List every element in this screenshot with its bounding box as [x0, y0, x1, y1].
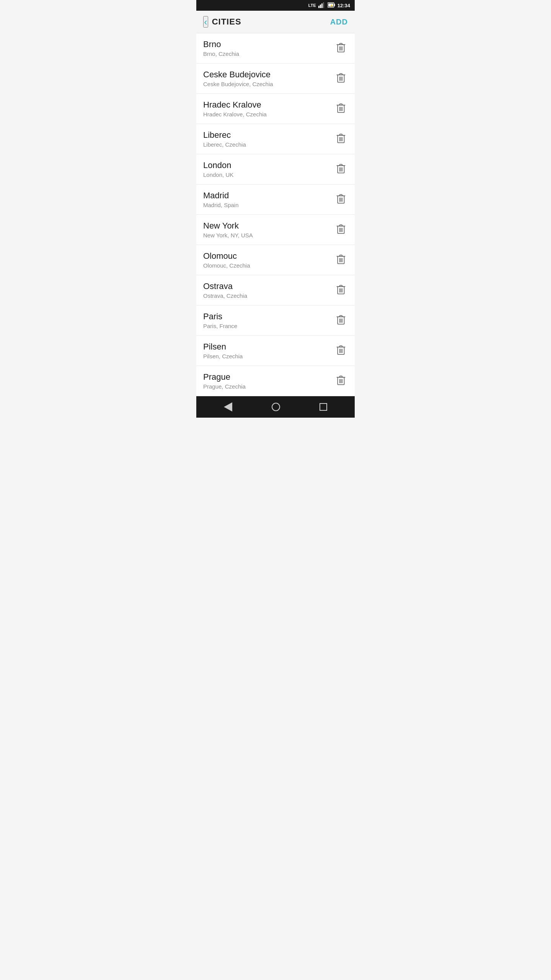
trash-icon: [336, 375, 346, 386]
city-name: Hradec Kralove: [203, 100, 267, 110]
city-info: Ceske Budejovice Ceske Budejovice, Czech…: [203, 70, 273, 87]
city-location: Madrid, Spain: [203, 202, 239, 208]
city-name: London: [203, 160, 233, 170]
city-name: New York: [203, 221, 253, 231]
trash-icon: [336, 314, 346, 326]
time-display: 12:34: [337, 3, 350, 8]
trash-icon: [336, 163, 346, 175]
svg-rect-2: [321, 3, 323, 8]
list-item[interactable]: Ceske Budejovice Ceske Budejovice, Czech…: [196, 64, 355, 94]
city-info: Paris Paris, France: [203, 312, 237, 329]
list-item[interactable]: Pilsen Pilsen, Czechia: [196, 336, 355, 366]
delete-city-button[interactable]: [334, 162, 348, 177]
city-location: Ostrava, Czechia: [203, 292, 247, 299]
recent-nav-button[interactable]: [313, 400, 333, 414]
city-location: New York, NY, USA: [203, 232, 253, 238]
list-item[interactable]: Ostrava Ostrava, Czechia: [196, 275, 355, 305]
city-info: Liberec Liberec, Czechia: [203, 130, 246, 148]
delete-city-button[interactable]: [334, 222, 348, 238]
signal-icon: [318, 2, 325, 9]
delete-city-button[interactable]: [334, 252, 348, 268]
city-info: Ostrava Ostrava, Czechia: [203, 281, 247, 299]
svg-rect-3: [323, 2, 324, 8]
list-item[interactable]: Liberec Liberec, Czechia: [196, 124, 355, 154]
trash-icon: [336, 224, 346, 235]
delete-city-button[interactable]: [334, 313, 348, 328]
list-item[interactable]: Hradec Kralove Hradec Kralove, Czechia: [196, 94, 355, 124]
home-nav-button[interactable]: [266, 400, 286, 414]
city-info: Pilsen Pilsen, Czechia: [203, 342, 243, 359]
battery-icon: ⚡: [328, 2, 335, 9]
svg-rect-0: [318, 6, 320, 8]
trash-icon: [336, 42, 346, 54]
recent-nav-icon: [320, 403, 327, 411]
city-location: Hradec Kralove, Czechia: [203, 111, 267, 118]
list-item[interactable]: Brno Brno, Czechia: [196, 33, 355, 64]
list-item[interactable]: Prague Prague, Czechia: [196, 366, 355, 396]
trash-icon: [336, 284, 346, 296]
lte-indicator: LTE: [308, 3, 316, 8]
page-title: CITIES: [212, 17, 241, 27]
list-item[interactable]: Paris Paris, France: [196, 305, 355, 336]
delete-city-button[interactable]: [334, 283, 348, 298]
trash-icon: [336, 345, 346, 356]
delete-city-button[interactable]: [334, 192, 348, 207]
city-info: Prague Prague, Czechia: [203, 372, 246, 390]
city-location: Paris, France: [203, 323, 237, 329]
svg-rect-1: [320, 5, 321, 8]
city-location: Brno, Czechia: [203, 51, 239, 57]
city-name: Liberec: [203, 130, 246, 140]
delete-city-button[interactable]: [334, 373, 348, 389]
trash-icon: [336, 193, 346, 205]
city-info: New York New York, NY, USA: [203, 221, 253, 238]
city-info: London London, UK: [203, 160, 233, 178]
add-city-button[interactable]: ADD: [330, 18, 348, 26]
trash-icon: [336, 254, 346, 265]
svg-rect-5: [334, 4, 335, 6]
trash-icon: [336, 72, 346, 84]
page-header: ‹ CITIES ADD: [196, 11, 355, 33]
trash-icon: [336, 103, 346, 114]
back-nav-icon: [224, 402, 232, 412]
back-button[interactable]: ‹: [203, 16, 208, 28]
list-item[interactable]: Madrid Madrid, Spain: [196, 185, 355, 215]
city-location: London, UK: [203, 172, 233, 178]
city-location: Pilsen, Czechia: [203, 353, 243, 359]
list-item[interactable]: Olomouc Olomouc, Czechia: [196, 245, 355, 275]
city-info: Brno Brno, Czechia: [203, 39, 239, 57]
city-info: Madrid Madrid, Spain: [203, 191, 239, 208]
city-info: Olomouc Olomouc, Czechia: [203, 251, 250, 269]
city-name: Brno: [203, 39, 239, 49]
city-name: Pilsen: [203, 342, 243, 352]
city-location: Liberec, Czechia: [203, 141, 246, 148]
trash-icon: [336, 133, 346, 144]
home-nav-icon: [272, 403, 280, 411]
status-bar: LTE ⚡ 12:34: [196, 0, 355, 11]
svg-text:⚡: ⚡: [329, 3, 333, 7]
city-location: Olomouc, Czechia: [203, 262, 250, 269]
city-location: Prague, Czechia: [203, 383, 246, 390]
list-item[interactable]: London London, UK: [196, 154, 355, 185]
city-location: Ceske Budejovice, Czechia: [203, 81, 273, 87]
city-name: Prague: [203, 372, 246, 382]
city-name: Paris: [203, 312, 237, 322]
delete-city-button[interactable]: [334, 343, 348, 359]
city-info: Hradec Kralove Hradec Kralove, Czechia: [203, 100, 267, 118]
bottom-navigation: [196, 396, 355, 418]
city-list: Brno Brno, Czechia Cesk: [196, 33, 355, 396]
delete-city-button[interactable]: [334, 101, 348, 117]
city-name: Olomouc: [203, 251, 250, 261]
back-nav-button[interactable]: [218, 399, 238, 415]
delete-city-button[interactable]: [334, 41, 348, 56]
city-name: Madrid: [203, 191, 239, 201]
city-name: Ostrava: [203, 281, 247, 291]
list-item[interactable]: New York New York, NY, USA: [196, 215, 355, 245]
city-name: Ceske Budejovice: [203, 70, 273, 80]
delete-city-button[interactable]: [334, 131, 348, 147]
delete-city-button[interactable]: [334, 71, 348, 87]
